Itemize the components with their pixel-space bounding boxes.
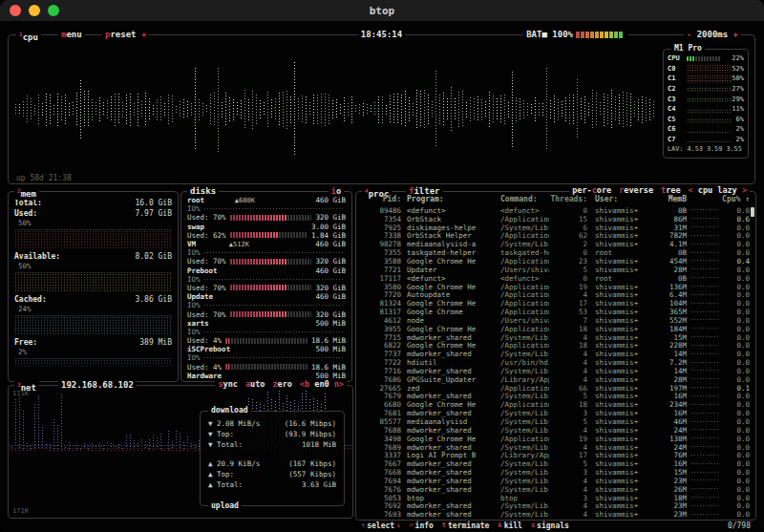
net-graph-column xyxy=(60,388,63,516)
proc-row[interactable]: 3498Google Chrome He/Applications/Google… xyxy=(361,435,750,443)
proc-row[interactable]: 81324Google Chrome He/Applications/Googl… xyxy=(361,299,750,308)
battery-block xyxy=(581,32,584,38)
proc-row[interactable]: 3337Logi AI Prompt B/Library/Application… xyxy=(361,451,750,459)
proc-row[interactable]: 7720Autoupdate/Applications/OrbStack.app… xyxy=(361,290,750,299)
tree-toggle[interactable]: tree xyxy=(661,185,680,195)
close-button-icon[interactable] xyxy=(10,5,21,16)
proc-scrollbar[interactable] xyxy=(751,207,754,217)
proc-row[interactable]: 6680Google Chrome He/Applications/Google… xyxy=(361,400,750,409)
proc-row[interactable]: 3588Google Chrome He/Applications/Google… xyxy=(361,257,750,266)
header-command[interactable]: Command: xyxy=(500,195,549,203)
proc-row[interactable]: 6822Google Chrome He/Applications/Google… xyxy=(361,342,750,351)
io-mode-toggle[interactable]: io xyxy=(329,185,344,197)
proc-scroll-count: 0/798 xyxy=(728,521,751,530)
proc-row[interactable]: 7668mdworker_shared/System/Library/Frame… xyxy=(361,468,750,477)
refresh-rate-control[interactable]: - 2000ms + xyxy=(684,29,741,40)
battery-block xyxy=(600,32,604,38)
header-program[interactable]: Program: xyxy=(401,195,500,203)
proc-row[interactable]: 7681mdworker_shared/System/Library/Frame… xyxy=(361,409,750,417)
proc-row[interactable]: 7688mdworker_shared/System/Library/Frame… xyxy=(361,426,750,435)
proc-row[interactable]: 7925diskimages-helpe/System/Library/Priv… xyxy=(361,223,750,232)
cpu-graph-column xyxy=(610,89,613,129)
terminate-button[interactable]: tterminate xyxy=(442,521,490,530)
proc-row[interactable]: 7689mdworker_shared/System/Library/Frame… xyxy=(361,443,750,452)
disk-size: 460 GiB xyxy=(315,292,346,301)
cpu-model-label: M1 Pro xyxy=(671,43,705,54)
cpu-graph-column xyxy=(33,104,36,115)
cpu-graph-column xyxy=(68,102,71,117)
proc-row[interactable]: 7667mdworker_shared/System/Library/Frame… xyxy=(361,459,750,468)
proc-row[interactable]: 81317Google Chrome/Applications/Google C… xyxy=(361,308,750,316)
proc-row[interactable]: 7354OrbStack/Applications/OrbStack.app/C… xyxy=(361,215,750,223)
core-graph xyxy=(687,118,731,123)
header-threads[interactable]: Threads: xyxy=(549,195,587,203)
proc-row[interactable]: 7716mdworker_shared/System/Library/Frame… xyxy=(361,367,750,375)
battery-indicator: BAT■ 100% xyxy=(523,29,628,40)
proc-row[interactable]: 7694mdworker_shared/System/Library/Frame… xyxy=(361,477,750,485)
disk-used-value: 320 GiB xyxy=(315,310,346,319)
disk-io-graph xyxy=(203,278,343,281)
proc-row[interactable]: 98278mediaanalysisd-a/System/Library/Pri… xyxy=(361,240,750,248)
cpu-graph-column xyxy=(530,103,533,116)
proc-row[interactable]: 7737mdworker_shared/System/Library/Frame… xyxy=(361,350,750,358)
select-button[interactable]: ↑select↓ xyxy=(361,521,400,530)
cpu-graph-column xyxy=(381,96,384,123)
proc-row[interactable]: 7338OrbStack Helper/Applications/OrbStac… xyxy=(361,232,750,241)
proc-row[interactable]: 7692mdworker_shared/System/Library/Frame… xyxy=(361,502,750,511)
disk-name: iSCPreboot xyxy=(187,345,230,353)
proc-row[interactable]: 3955Google Chrome He/Applications/Google… xyxy=(361,325,750,333)
disk-used-meter-fill xyxy=(225,338,228,344)
net-graph-column xyxy=(190,388,193,516)
header-pid[interactable]: Pid: xyxy=(361,195,401,203)
preset-button[interactable]: preset + xyxy=(102,29,149,40)
disk-io-row: IO% xyxy=(187,204,346,213)
proc-row[interactable]: 17117<defunct><defunct>0root0B0.0 xyxy=(361,274,750,283)
info-button[interactable]: ⏎info xyxy=(409,521,433,530)
header-user[interactable]: User: xyxy=(587,195,650,203)
disks-box-title[interactable]: disks xyxy=(187,185,219,197)
mem-section-value: 8.02 GiB xyxy=(135,252,172,261)
proc-row[interactable]: 7676mdworker_shared/System/Library/Frame… xyxy=(361,485,750,494)
proc-row[interactable]: 5053btopbtop3shivammis+18M0.0 xyxy=(361,494,750,502)
per-core-toggle[interactable]: per-core xyxy=(572,185,611,195)
proc-row[interactable]: 27665zed/Applications/Zed Preview.app/Co… xyxy=(361,384,750,393)
cpu-box-title[interactable]: 1cpu xyxy=(16,29,41,43)
download-bar xyxy=(14,398,17,449)
proc-row[interactable]: 89486<defunct><defunct>0shivammis+0B0.0 xyxy=(361,206,750,215)
download-bar xyxy=(60,394,63,449)
cpu-graph-column xyxy=(618,94,621,125)
proc-row[interactable]: 4612node/Users/shivammishra/Library/Cach… xyxy=(361,316,750,325)
menu-button[interactable]: menu xyxy=(58,29,85,40)
header-cpu[interactable]: Cpu% ↑ xyxy=(719,195,750,203)
proc-row[interactable]: 85577mediaanalysisd/System/Library/Priva… xyxy=(361,417,750,426)
mem-section-row: Cached:3.86 GiB xyxy=(14,294,172,305)
cpu-graph-column xyxy=(263,101,265,117)
proc-cpu-mini-graph xyxy=(690,344,719,348)
cpu-graph-column xyxy=(534,96,537,122)
proc-row[interactable]: 7679mdworker_shared/System/Library/Frame… xyxy=(361,393,750,401)
core-label: C5 xyxy=(668,116,685,123)
mem-box-title[interactable]: 2mem xyxy=(14,185,39,200)
proc-table-header: Pid: Program: Command: Threads: User: Me… xyxy=(361,195,750,203)
proc-row[interactable]: 3580Google Chrome He/Applications/Google… xyxy=(361,283,750,291)
download-stat-row-label: ▼ 2.08 MiB/s xyxy=(208,419,260,428)
reverse-toggle[interactable]: reverse xyxy=(619,185,653,195)
proc-cpu-mini-graph xyxy=(690,386,719,390)
disk-name-row: Preboot460 GiB xyxy=(187,266,346,275)
header-mem[interactable]: MemB xyxy=(650,195,687,203)
minimize-button-icon[interactable] xyxy=(29,5,40,16)
disk-used-label: Used: 70% xyxy=(187,284,226,292)
core-graph xyxy=(687,131,731,134)
signals-button[interactable]: ssignals xyxy=(531,521,569,530)
sort-selector[interactable]: < cpu lazy > xyxy=(689,185,747,195)
proc-row[interactable]: 7722hdiutil/usr/bin/hdiutil attach /User… xyxy=(361,358,750,367)
proc-row[interactable]: 7686GPGSuite_Updater/Library/Application… xyxy=(361,375,750,384)
proc-row[interactable]: 7715mdworker_shared/System/Library/Frame… xyxy=(361,333,750,342)
kill-button[interactable]: kkill xyxy=(498,521,521,530)
maximize-button-icon[interactable] xyxy=(48,5,59,16)
proc-row[interactable]: 7355taskgated-helpertaskgated-helper0roo… xyxy=(361,248,750,257)
cpu-graph-column xyxy=(652,100,655,117)
cpu-graph-column xyxy=(549,99,552,118)
proc-row[interactable]: 7721Updater/Users/shivammishra/Library/C… xyxy=(361,266,750,274)
proc-row[interactable]: 7693mdworker_shared/System/Library/Frame… xyxy=(361,510,750,518)
